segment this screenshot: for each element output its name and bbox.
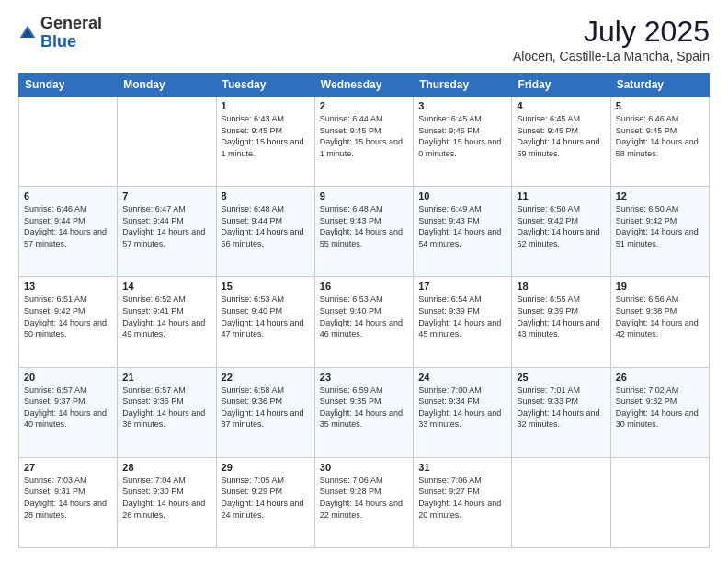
calendar-cell: 23Sunrise: 6:59 AM Sunset: 9:35 PM Dayli… bbox=[314, 367, 413, 457]
calendar-cell: 27Sunrise: 7:03 AM Sunset: 9:31 PM Dayli… bbox=[19, 457, 118, 547]
col-saturday: Saturday bbox=[610, 74, 709, 97]
calendar-cell: 4Sunrise: 6:45 AM Sunset: 9:45 PM Daylig… bbox=[512, 97, 610, 187]
logo-text: General Blue bbox=[40, 15, 102, 52]
day-number: 19 bbox=[616, 281, 704, 292]
day-number: 1 bbox=[222, 100, 310, 111]
day-number: 15 bbox=[222, 281, 310, 292]
day-info: Sunrise: 6:47 AM Sunset: 9:44 PM Dayligh… bbox=[122, 203, 210, 249]
day-number: 8 bbox=[222, 190, 310, 201]
calendar-cell: 5Sunrise: 6:46 AM Sunset: 9:45 PM Daylig… bbox=[610, 97, 709, 187]
calendar-cell: 17Sunrise: 6:54 AM Sunset: 9:39 PM Dayli… bbox=[414, 277, 512, 367]
calendar-week-4: 27Sunrise: 7:03 AM Sunset: 9:31 PM Dayli… bbox=[19, 457, 710, 547]
day-number: 17 bbox=[418, 281, 506, 292]
day-number: 6 bbox=[24, 190, 112, 201]
day-number: 7 bbox=[122, 190, 210, 201]
calendar-cell bbox=[118, 97, 216, 187]
day-info: Sunrise: 6:57 AM Sunset: 9:36 PM Dayligh… bbox=[122, 385, 210, 431]
col-friday: Friday bbox=[512, 74, 610, 97]
day-number: 14 bbox=[122, 281, 210, 292]
day-number: 3 bbox=[418, 100, 506, 111]
calendar-cell: 30Sunrise: 7:06 AM Sunset: 9:28 PM Dayli… bbox=[314, 457, 413, 547]
calendar-cell: 11Sunrise: 6:50 AM Sunset: 9:42 PM Dayli… bbox=[512, 187, 610, 277]
calendar-cell bbox=[19, 97, 118, 187]
calendar-cell: 2Sunrise: 6:44 AM Sunset: 9:45 PM Daylig… bbox=[314, 97, 413, 187]
calendar-cell bbox=[610, 457, 709, 547]
day-number: 23 bbox=[320, 372, 408, 383]
calendar-week-1: 6Sunrise: 6:46 AM Sunset: 9:44 PM Daylig… bbox=[19, 187, 710, 277]
day-info: Sunrise: 6:53 AM Sunset: 9:40 PM Dayligh… bbox=[222, 293, 310, 339]
day-number: 28 bbox=[122, 462, 210, 473]
calendar-table: Sunday Monday Tuesday Wednesday Thursday… bbox=[18, 73, 710, 548]
day-number: 31 bbox=[418, 462, 506, 473]
day-number: 4 bbox=[517, 100, 605, 111]
col-tuesday: Tuesday bbox=[216, 74, 314, 97]
calendar-cell: 8Sunrise: 6:48 AM Sunset: 9:44 PM Daylig… bbox=[216, 187, 314, 277]
day-number: 18 bbox=[517, 281, 605, 292]
day-number: 5 bbox=[616, 100, 704, 111]
day-number: 21 bbox=[122, 372, 210, 383]
calendar-cell: 24Sunrise: 7:00 AM Sunset: 9:34 PM Dayli… bbox=[414, 367, 512, 457]
day-info: Sunrise: 7:06 AM Sunset: 9:27 PM Dayligh… bbox=[418, 475, 506, 521]
calendar-cell: 25Sunrise: 7:01 AM Sunset: 9:33 PM Dayli… bbox=[512, 367, 610, 457]
col-thursday: Thursday bbox=[414, 74, 512, 97]
day-number: 22 bbox=[222, 372, 310, 383]
day-number: 25 bbox=[517, 372, 605, 383]
calendar-cell: 29Sunrise: 7:05 AM Sunset: 9:29 PM Dayli… bbox=[216, 457, 314, 547]
calendar-header-row: Sunday Monday Tuesday Wednesday Thursday… bbox=[19, 74, 710, 97]
day-info: Sunrise: 6:50 AM Sunset: 9:42 PM Dayligh… bbox=[517, 203, 605, 249]
calendar-cell: 10Sunrise: 6:49 AM Sunset: 9:43 PM Dayli… bbox=[414, 187, 512, 277]
location-title: Alocen, Castille-La Mancha, Spain bbox=[513, 49, 710, 63]
title-block: July 2025 Alocen, Castille-La Mancha, Sp… bbox=[513, 15, 710, 63]
header: General Blue July 2025 Alocen, Castille-… bbox=[18, 15, 710, 63]
day-number: 30 bbox=[320, 462, 408, 473]
day-info: Sunrise: 6:58 AM Sunset: 9:36 PM Dayligh… bbox=[222, 385, 310, 431]
day-info: Sunrise: 7:06 AM Sunset: 9:28 PM Dayligh… bbox=[320, 475, 408, 521]
day-number: 10 bbox=[418, 190, 506, 201]
day-number: 13 bbox=[24, 281, 112, 292]
day-info: Sunrise: 7:04 AM Sunset: 9:30 PM Dayligh… bbox=[122, 475, 210, 521]
day-info: Sunrise: 6:57 AM Sunset: 9:37 PM Dayligh… bbox=[24, 385, 112, 431]
calendar-week-2: 13Sunrise: 6:51 AM Sunset: 9:42 PM Dayli… bbox=[19, 277, 710, 367]
day-info: Sunrise: 6:45 AM Sunset: 9:45 PM Dayligh… bbox=[418, 113, 506, 159]
day-info: Sunrise: 7:02 AM Sunset: 9:32 PM Dayligh… bbox=[616, 385, 704, 431]
calendar-cell: 16Sunrise: 6:53 AM Sunset: 9:40 PM Dayli… bbox=[314, 277, 413, 367]
col-sunday: Sunday bbox=[19, 74, 118, 97]
day-number: 11 bbox=[517, 190, 605, 201]
day-info: Sunrise: 7:05 AM Sunset: 9:29 PM Dayligh… bbox=[222, 475, 310, 521]
calendar-cell: 7Sunrise: 6:47 AM Sunset: 9:44 PM Daylig… bbox=[118, 187, 216, 277]
day-info: Sunrise: 7:03 AM Sunset: 9:31 PM Dayligh… bbox=[24, 475, 112, 521]
logo-icon bbox=[18, 24, 37, 42]
day-info: Sunrise: 6:48 AM Sunset: 9:43 PM Dayligh… bbox=[320, 203, 408, 249]
day-info: Sunrise: 6:51 AM Sunset: 9:42 PM Dayligh… bbox=[24, 293, 112, 339]
calendar-cell: 31Sunrise: 7:06 AM Sunset: 9:27 PM Dayli… bbox=[414, 457, 512, 547]
day-info: Sunrise: 6:46 AM Sunset: 9:44 PM Dayligh… bbox=[24, 203, 112, 249]
day-info: Sunrise: 6:52 AM Sunset: 9:41 PM Dayligh… bbox=[122, 293, 210, 339]
page: General Blue July 2025 Alocen, Castille-… bbox=[0, 0, 728, 563]
calendar-cell: 19Sunrise: 6:56 AM Sunset: 9:38 PM Dayli… bbox=[610, 277, 709, 367]
day-info: Sunrise: 6:46 AM Sunset: 9:45 PM Dayligh… bbox=[616, 113, 704, 159]
calendar-cell: 9Sunrise: 6:48 AM Sunset: 9:43 PM Daylig… bbox=[314, 187, 413, 277]
logo: General Blue bbox=[18, 15, 102, 52]
day-info: Sunrise: 7:01 AM Sunset: 9:33 PM Dayligh… bbox=[517, 385, 605, 431]
day-info: Sunrise: 6:53 AM Sunset: 9:40 PM Dayligh… bbox=[320, 293, 408, 339]
day-info: Sunrise: 6:49 AM Sunset: 9:43 PM Dayligh… bbox=[418, 203, 506, 249]
day-number: 29 bbox=[222, 462, 310, 473]
day-info: Sunrise: 6:43 AM Sunset: 9:45 PM Dayligh… bbox=[222, 113, 310, 159]
day-info: Sunrise: 6:50 AM Sunset: 9:42 PM Dayligh… bbox=[616, 203, 704, 249]
calendar-cell: 22Sunrise: 6:58 AM Sunset: 9:36 PM Dayli… bbox=[216, 367, 314, 457]
day-info: Sunrise: 6:48 AM Sunset: 9:44 PM Dayligh… bbox=[222, 203, 310, 249]
day-number: 20 bbox=[24, 372, 112, 383]
calendar-cell: 13Sunrise: 6:51 AM Sunset: 9:42 PM Dayli… bbox=[19, 277, 118, 367]
calendar-cell: 26Sunrise: 7:02 AM Sunset: 9:32 PM Dayli… bbox=[610, 367, 709, 457]
day-info: Sunrise: 6:44 AM Sunset: 9:45 PM Dayligh… bbox=[320, 113, 408, 159]
calendar-cell bbox=[512, 457, 610, 547]
col-monday: Monday bbox=[118, 74, 216, 97]
calendar-cell: 1Sunrise: 6:43 AM Sunset: 9:45 PM Daylig… bbox=[216, 97, 314, 187]
day-number: 16 bbox=[320, 281, 408, 292]
calendar-cell: 6Sunrise: 6:46 AM Sunset: 9:44 PM Daylig… bbox=[19, 187, 118, 277]
calendar-cell: 14Sunrise: 6:52 AM Sunset: 9:41 PM Dayli… bbox=[118, 277, 216, 367]
calendar-cell: 15Sunrise: 6:53 AM Sunset: 9:40 PM Dayli… bbox=[216, 277, 314, 367]
day-info: Sunrise: 6:55 AM Sunset: 9:39 PM Dayligh… bbox=[517, 293, 605, 339]
day-info: Sunrise: 6:54 AM Sunset: 9:39 PM Dayligh… bbox=[418, 293, 506, 339]
day-info: Sunrise: 7:00 AM Sunset: 9:34 PM Dayligh… bbox=[418, 385, 506, 431]
